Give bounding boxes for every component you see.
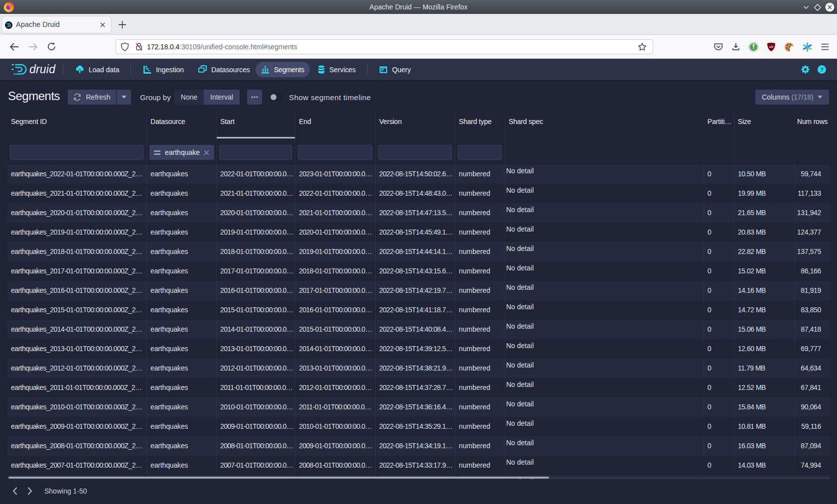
svg-text:?: ? <box>820 67 824 73</box>
svg-text:uO: uO <box>769 45 774 48</box>
